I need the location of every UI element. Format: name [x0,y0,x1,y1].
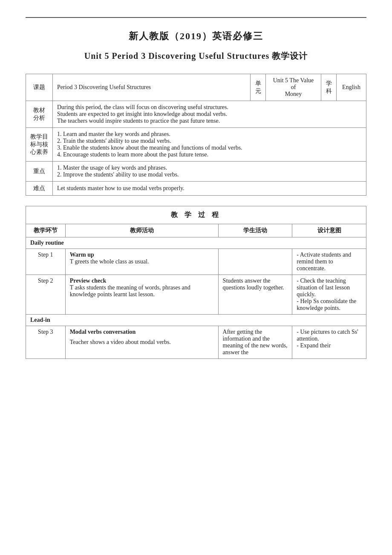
content-jiaocai: During this period, the class will focus… [53,101,366,128]
info-row-3: 教学目 标与核 心素养 1. Learn and master the key … [26,128,366,162]
step-2-row: Step 2 Preview check T asks students the… [26,275,366,315]
label-xueke: 学科 [321,74,337,101]
step-3-label: Step 3 [26,326,66,359]
daily-routine-label-row: Daily routine [26,237,366,249]
lead-in-label-row: Lead-in [26,315,366,326]
mubiao-line-4: 4. Encourage students to learn more abou… [57,151,362,158]
info-row-4: 重点 1. Master the usage of key words and … [26,162,366,182]
process-table: 教 学 过 程 教学环节 教师活动 学生活动 设计意图 Daily routin… [26,206,366,359]
content-ketie: Period 3 Discovering Useful Structures [53,74,251,101]
sub-title: Unit 5 Period 3 Discovering Useful Struc… [26,50,366,62]
col-header-teacher: 教师活动 [65,224,218,237]
step-1-teacher: Warm up T greets the whole class as usua… [65,249,218,275]
step-2-teacher-bold: Preview check [70,278,214,284]
jiaocai-line-3: The teachers would inspire students to p… [57,118,362,124]
info-row-2: 教材 分析 During this period, the class will… [26,101,366,128]
col-header-huanjie: 教学环节 [26,224,66,237]
label-jiaocai: 教材 分析 [26,101,53,128]
label-nandian: 难点 [26,182,53,196]
step-2-teacher-normal: T asks students the meaning of words, ph… [70,284,214,298]
step-1-label: Step 1 [26,249,66,275]
jiaocai-line-2: Students are expected to get insight int… [57,111,362,118]
step-1-design-text: - Activate students and remind them to c… [297,251,362,272]
info-row-1: 课题 Period 3 Discovering Useful Structure… [26,74,366,101]
step-3-teacher-normal: Teacher shows a video about modal verbs. [70,339,214,346]
process-header-row: 教 学 过 程 [26,206,366,224]
label-danyuan: 单元 [251,74,266,101]
content-nandian: Let students master how to use modal ver… [53,182,366,196]
step-3-design: - Use pictures to catch Ss' attention.- … [292,326,366,359]
step-1-teacher-bold: Warm up [70,251,214,258]
step-1-teacher-normal: T greets the whole class as usual. [70,258,214,265]
content-mubiao: 1. Learn and master the key words and ph… [53,128,366,162]
process-title: 教 学 过 程 [26,206,366,224]
step-1-design: - Activate students and remind them to c… [292,249,366,275]
step-1-row: Step 1 Warm up T greets the whole class … [26,249,366,275]
mubiao-line-1: 1. Learn and master the key words and ph… [57,131,362,138]
step-3-teacher: Modal verbs conversation Teacher shows a… [65,326,218,359]
content-zhongdian: 1. Master the usage of key words and phr… [53,162,366,182]
jiaocai-line-1: During this period, the class will focus… [57,104,362,111]
subject-value: English [337,74,366,101]
info-row-5: 难点 Let students master how to use modal … [26,182,366,196]
col-header-student: 学生活动 [218,224,292,237]
info-table: 课题 Period 3 Discovering Useful Structure… [26,74,366,196]
zhongdian-line-2: 2. Improve the students' ability to use … [57,171,362,178]
step-3-row: Step 3 Modal verbs conversation Teacher … [26,326,366,359]
step-2-design-text: - Check the teaching situation of last l… [297,278,362,312]
step-3-teacher-bold: Modal verbs conversation [70,329,214,335]
process-col-headers: 教学环节 教师活动 学生活动 设计意图 [26,224,366,237]
step-2-student: Students answer the questions loudly tog… [218,275,292,315]
col-header-design: 设计意图 [292,224,366,237]
label-ketie: 课题 [26,74,53,101]
step-2-design: - Check the teaching situation of last l… [292,275,366,315]
lead-in-label: Lead-in [26,315,366,326]
zhongdian-line-1: 1. Master the usage of key words and phr… [57,165,362,171]
step-2-label: Step 2 [26,275,66,315]
label-zhongdian: 重点 [26,162,53,182]
step-2-teacher: Preview check T asks students the meanin… [65,275,218,315]
mubiao-line-3: 3. Enable the students know about the me… [57,145,362,151]
label-mubiao: 教学目 标与核 心素养 [26,128,53,162]
step-3-design-text: - Use pictures to catch Ss' attention.- … [297,329,362,349]
mubiao-line-2: 2. Train the students' ability to use mo… [57,138,362,145]
unit-value: Unit 5 The Value of Money [266,74,321,101]
main-title: 新人教版（2019）英语必修三 [26,30,366,43]
step-3-student: After getting the information and the me… [218,326,292,359]
daily-routine-label: Daily routine [26,237,366,249]
step-1-student [218,249,292,275]
top-line [26,17,366,18]
